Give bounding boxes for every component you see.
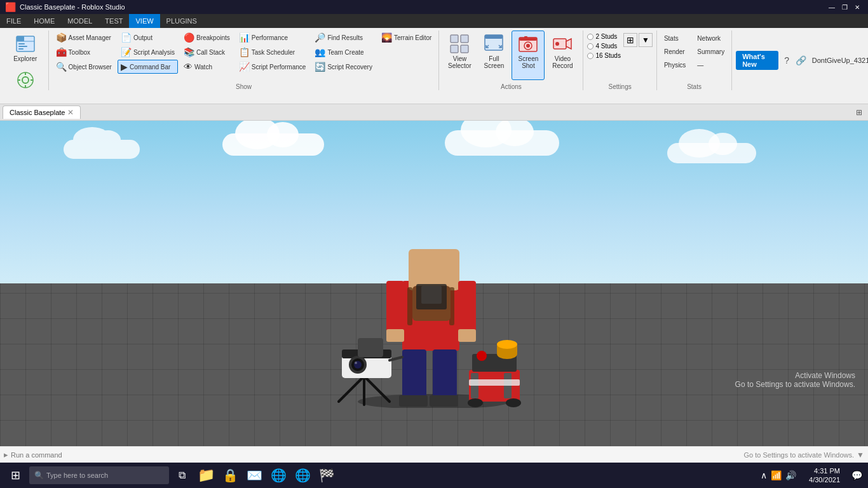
render-button[interactable]: Render (661, 46, 689, 57)
chevron-up-icon[interactable]: ∧ (761, 470, 767, 480)
notification-icon[interactable]: 💬 (848, 466, 865, 484)
object-browser-icon: 🔍 (56, 62, 67, 72)
studs-4-option[interactable]: 4 Studs (587, 43, 620, 50)
studs-16-option[interactable]: 16 Studs (587, 52, 620, 59)
command-bar-icon: ▶ (121, 62, 128, 72)
list-view-button[interactable]: ▼ (639, 33, 653, 47)
studs-2-radio[interactable] (587, 34, 593, 40)
wifi-icon[interactable]: 📶 (771, 470, 782, 480)
command-bar: ▸ Go to Settings to activate Windows. ▼ (0, 446, 868, 463)
find-results-button[interactable]: 🔎 Find Results (311, 30, 376, 44)
viewport-layout-button[interactable]: ⊞ (853, 106, 865, 119)
screen-shot-button[interactable]: Screen Shot (512, 30, 545, 80)
share-button[interactable]: 🔗 (795, 53, 806, 68)
studs-2-option[interactable]: 2 Studs (587, 33, 620, 40)
minimize-button[interactable]: — (826, 1, 837, 13)
menu-home[interactable]: HOME (27, 14, 61, 28)
chrome-icon-2[interactable]: 🌐 (291, 464, 314, 487)
command-bar-button[interactable]: ▶ Command Bar (118, 60, 178, 74)
studs-16-radio[interactable] (587, 53, 593, 59)
team-create-button[interactable]: 👥 Team Create (311, 45, 376, 59)
viewport[interactable]: Activate Windows Go to Settings to activ… (0, 121, 868, 446)
svg-point-65 (468, 398, 483, 407)
command-bar-input[interactable] (11, 451, 743, 459)
show-col-1: 📦 Asset Manager 🧰 Toolbox 🔍 Object Brows… (53, 30, 115, 81)
svg-rect-42 (421, 286, 442, 304)
properties-button[interactable]: Properties (6, 67, 44, 90)
summary-button[interactable]: Summary (694, 46, 728, 57)
performance-button[interactable]: 📊 Performance (236, 30, 309, 44)
actions-group-label: Actions (443, 82, 579, 90)
tab-close-icon[interactable]: ✕ (67, 108, 74, 117)
show-col-2: 📄 Output 📝 Script Analysis ▶ Command Bar (118, 30, 178, 81)
activate-windows-inline: Go to Settings to activate Windows. (743, 451, 854, 459)
video-record-button[interactable]: Video Record (546, 30, 579, 80)
security-icon[interactable]: 🔒 (219, 464, 241, 487)
svg-point-61 (477, 351, 487, 361)
view-selector-button[interactable]: View Selector (443, 30, 476, 80)
svg-rect-64 (469, 379, 520, 386)
maximize-button[interactable]: ❐ (839, 1, 850, 13)
terrain-editor-button[interactable]: 🌄 Terrain Editor (378, 30, 435, 44)
stats-col-1: Stats Render Physics (661, 33, 689, 71)
file-explorer-icon[interactable]: 📁 (194, 464, 217, 487)
studs-2-label: 2 Studs (595, 33, 617, 40)
team-create-icon: 👥 (315, 47, 325, 57)
command-dropdown-icon[interactable]: ▼ (857, 451, 864, 459)
clock[interactable]: 4:31 PM 4/30/2021 (804, 466, 845, 485)
physics-button[interactable]: Physics (661, 60, 689, 71)
task-view-button[interactable]: ⧉ (170, 464, 193, 487)
watch-button[interactable]: 👁 Watch (180, 60, 233, 74)
menu-file[interactable]: FILE (0, 14, 27, 28)
settings-group-label: Settings (587, 82, 652, 90)
flag-icon[interactable]: 🏁 (315, 464, 338, 487)
studs-4-radio[interactable] (587, 43, 593, 50)
tab-classic-baseplate[interactable]: Classic Baseplate ✕ (3, 105, 81, 119)
svg-rect-35 (399, 395, 428, 407)
physics-dash-button[interactable]: — (694, 60, 728, 71)
whats-new-button[interactable]: What's New (736, 51, 778, 70)
menu-test[interactable]: TEST (98, 14, 129, 28)
menu-plugins[interactable]: PLUGINS (160, 14, 203, 28)
volume-icon[interactable]: 🔊 (785, 470, 796, 480)
explorer-button[interactable]: Explorer (6, 30, 44, 65)
start-button[interactable]: ⊞ (3, 464, 28, 487)
script-recovery-button[interactable]: 🔄 Script Recovery (311, 60, 376, 74)
breakpoints-button[interactable]: 🔴 Breakpoints (180, 30, 233, 44)
menu-model[interactable]: MODEL (61, 14, 98, 28)
script-analysis-icon: 📝 (121, 47, 132, 57)
close-button[interactable]: ✕ (851, 1, 863, 13)
mail-icon[interactable]: ✉️ (243, 464, 266, 487)
output-icon: 📄 (121, 32, 132, 43)
app-icon: 🟥 (5, 2, 16, 12)
network-button[interactable]: Network (694, 33, 728, 44)
menu-view[interactable]: VIEW (129, 14, 159, 28)
svg-rect-30 (458, 281, 476, 332)
time-display: 4:31 PM (809, 466, 840, 475)
full-screen-button[interactable]: Full Screen (477, 30, 510, 80)
script-analysis-button[interactable]: 📝 Script Analysis (118, 45, 178, 59)
svg-point-52 (355, 362, 357, 364)
ribbon-group-main: Explorer Properties (3, 30, 49, 90)
stats-col-2: Network Summary — (694, 33, 728, 71)
grid-view-button[interactable]: ⊞ (623, 33, 637, 47)
script-performance-button[interactable]: 📈 Script Performance (236, 60, 309, 74)
chrome-icon-1[interactable]: 🌐 (267, 464, 290, 487)
explorer-icon (15, 34, 36, 54)
command-bar-marker: ▸ (4, 450, 8, 459)
svg-rect-4 (18, 46, 27, 47)
output-button[interactable]: 📄 Output (118, 30, 178, 44)
screen-shot-label: Screen Shot (519, 55, 539, 69)
show-col-6: 🌄 Terrain Editor (378, 30, 435, 81)
toolbox-button[interactable]: 🧰 Toolbox (53, 45, 115, 59)
stats-button[interactable]: Stats (661, 33, 689, 44)
taskbar-search[interactable]: 🔍 (29, 466, 169, 484)
call-stack-button[interactable]: 📚 Call Stack (180, 45, 233, 59)
object-browser-button[interactable]: 🔍 Object Browser (53, 60, 115, 74)
task-scheduler-button[interactable]: 📋 Task Scheduler (236, 45, 309, 59)
settings-studs-col: 2 Studs 4 Studs 16 Studs (587, 30, 620, 59)
asset-manager-button[interactable]: 📦 Asset Manager (53, 30, 115, 44)
help-button[interactable]: ? (781, 53, 792, 68)
taskbar-search-input[interactable] (46, 471, 161, 479)
full-screen-label: Full Screen (484, 55, 505, 69)
